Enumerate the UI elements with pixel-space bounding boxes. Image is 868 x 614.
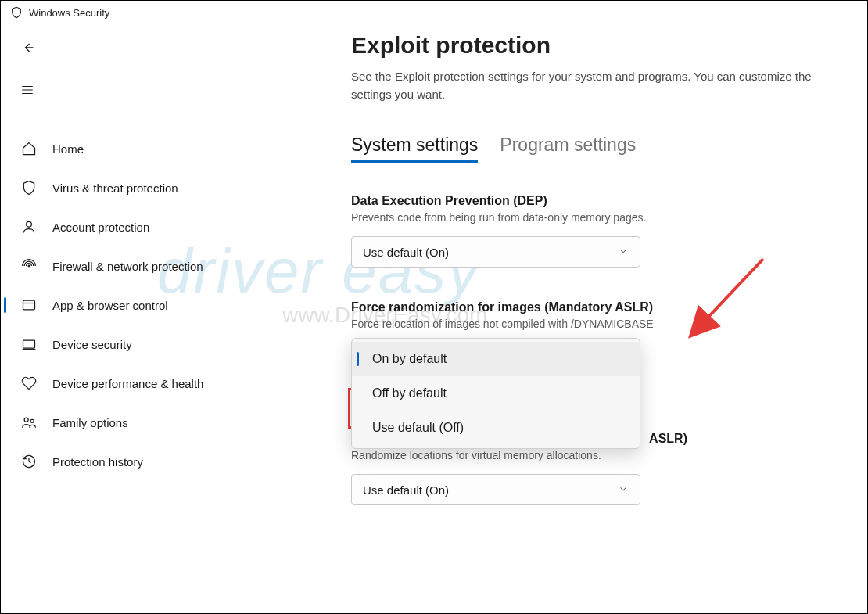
sidebar-item-label: Virus & threat protection — [52, 181, 178, 195]
sidebar-item-performance[interactable]: Device performance & health — [1, 364, 314, 403]
device-icon — [20, 336, 38, 352]
setting-mandatory-aslr: Force randomization for images (Mandator… — [351, 300, 687, 330]
sidebar-item-app-browser[interactable]: App & browser control — [1, 285, 314, 325]
back-arrow-icon — [20, 40, 35, 56]
option-on-by-default[interactable]: On by default — [352, 342, 640, 376]
dropdown-value: Use default (On) — [363, 483, 449, 497]
option-off-by-default[interactable]: Off by default — [352, 376, 640, 411]
hamburger-button[interactable] — [12, 74, 43, 106]
sidebar: Home Virus & threat protection Account p… — [1, 24, 314, 613]
tab-system-settings[interactable]: System settings — [351, 135, 478, 163]
option-label: On by default — [372, 352, 447, 366]
sidebar-item-label: App & browser control — [52, 299, 168, 312]
setting-title: Force randomization for images (Mandator… — [351, 300, 687, 314]
tabs: System settings Program settings — [351, 135, 852, 163]
aslr-dropdown-popup: On by default Off by default Use default… — [351, 338, 640, 449]
sidebar-item-label: Home — [52, 142, 84, 156]
sidebar-item-label: Device performance & health — [52, 377, 203, 390]
back-button[interactable] — [12, 32, 43, 63]
sidebar-item-history[interactable]: Protection history — [1, 442, 314, 481]
sidebar-item-firewall[interactable]: Firewall & network protection — [1, 246, 314, 285]
dropdown-value: Use default (On) — [363, 246, 449, 259]
family-icon — [20, 415, 38, 430]
sidebar-item-label: Device security — [52, 338, 132, 351]
chevron-down-icon — [618, 246, 629, 259]
svg-point-0 — [27, 221, 32, 227]
shield-icon — [20, 180, 38, 196]
sidebar-item-label: Firewall & network protection — [52, 260, 203, 273]
sidebar-item-virus[interactable]: Virus & threat protection — [1, 168, 314, 207]
option-label: Use default (Off) — [372, 421, 464, 435]
account-icon — [20, 219, 38, 235]
content-pane: Exploit protection See the Exploit prote… — [314, 24, 867, 613]
home-icon — [20, 141, 38, 156]
page-title: Exploit protection — [351, 32, 852, 59]
app-browser-icon — [20, 297, 38, 313]
option-use-default-off[interactable]: Use default (Off) — [352, 411, 640, 445]
option-label: Off by default — [372, 386, 447, 400]
history-icon — [20, 454, 38, 469]
sidebar-item-label: Protection history — [52, 455, 143, 469]
app-shield-icon — [10, 6, 23, 19]
svg-point-4 — [24, 418, 28, 422]
setting-dep: Data Execution Prevention (DEP) Prevents… — [351, 194, 687, 268]
chevron-down-icon — [618, 483, 629, 497]
sidebar-item-device-security[interactable]: Device security — [1, 325, 314, 364]
page-description: See the Exploit protection settings for … — [351, 68, 812, 103]
hamburger-icon — [20, 83, 34, 97]
sidebar-item-label: Family options — [52, 416, 128, 429]
titlebar: Windows Security — [1, 1, 867, 24]
svg-point-5 — [30, 419, 34, 422]
window-title: Windows Security — [29, 7, 109, 19]
setting-desc: Prevents code from being run from data-o… — [351, 211, 687, 224]
sidebar-item-home[interactable]: Home — [1, 129, 314, 168]
dep-dropdown[interactable]: Use default (On) — [351, 236, 640, 268]
sidebar-item-label: Account protection — [52, 221, 149, 234]
setting-desc: Force relocation of images not compiled … — [351, 318, 687, 330]
sidebar-item-account[interactable]: Account protection — [1, 207, 314, 246]
tab-program-settings[interactable]: Program settings — [500, 135, 636, 163]
svg-rect-3 — [23, 340, 35, 348]
setting-title: Data Execution Prevention (DEP) — [351, 194, 687, 208]
svg-rect-2 — [23, 300, 35, 310]
bottomup-dropdown[interactable]: Use default (On) — [351, 474, 640, 505]
sidebar-item-family[interactable]: Family options — [1, 403, 314, 442]
health-icon — [20, 375, 38, 391]
setting-desc: Randomize locations for virtual memory a… — [351, 449, 687, 461]
firewall-icon — [20, 258, 38, 274]
svg-point-1 — [28, 265, 30, 267]
